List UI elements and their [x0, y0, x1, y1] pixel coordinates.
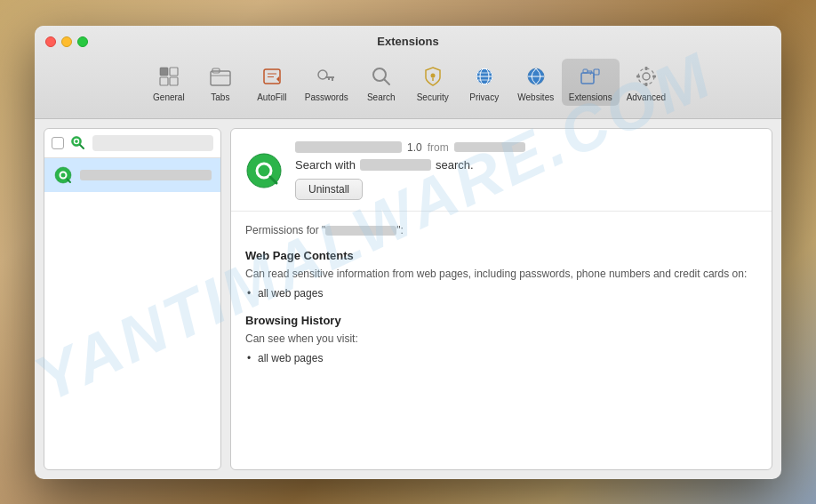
- window-title: Extensions: [377, 35, 438, 48]
- toolbar-search[interactable]: Search: [356, 59, 407, 106]
- svg-rect-26: [581, 73, 594, 84]
- svg-rect-35: [652, 75, 656, 77]
- toolbar-privacy-label: Privacy: [469, 92, 499, 102]
- close-button[interactable]: [45, 36, 56, 47]
- toolbar-websites[interactable]: Websites: [510, 59, 562, 106]
- main-content: 1.0 from Search with search. Uninstall P…: [35, 119, 781, 479]
- traffic-lights: [45, 36, 88, 47]
- privacy-icon: [470, 62, 499, 91]
- sidebar-search-icon: [69, 134, 87, 152]
- permissions-prefix: Permissions for ": [245, 224, 325, 236]
- sidebar-extension-item[interactable]: [44, 158, 220, 192]
- permission-group-history-title: Browsing History: [245, 314, 757, 327]
- toolbar-autofill[interactable]: AutoFill: [246, 59, 298, 106]
- permissions-title: Permissions for "":: [245, 224, 757, 236]
- svg-line-15: [384, 79, 389, 84]
- toolbar-advanced-label: Advanced: [627, 92, 666, 102]
- svg-rect-3: [170, 77, 178, 85]
- permissions-section: Permissions for "": Web Page Contents Ca…: [231, 212, 772, 391]
- sidebar-ext-icon: [53, 165, 73, 185]
- ext-search-row: Search with search.: [295, 158, 757, 172]
- permission-group-web-contents: Web Page Contents Can read sensitive inf…: [245, 249, 757, 300]
- sidebar: [44, 128, 221, 470]
- uninstall-button[interactable]: Uninstall: [295, 179, 363, 200]
- svg-rect-11: [325, 76, 334, 78]
- tabs-icon: [206, 62, 235, 91]
- ext-name-row: 1.0 from: [295, 141, 757, 154]
- main-window: Extensions General: [35, 26, 781, 479]
- ext-search-prefix: Search with: [295, 158, 356, 172]
- extension-icon: [245, 152, 283, 189]
- advanced-icon: [632, 62, 660, 91]
- extension-info: 1.0 from Search with search. Uninstall: [295, 141, 757, 200]
- minimize-button[interactable]: [61, 36, 72, 47]
- permissions-suffix: ":: [396, 224, 404, 236]
- ext-from-label: from: [428, 141, 449, 154]
- toolbar-search-label: Search: [367, 92, 396, 102]
- ext-name-placeholder: [295, 141, 402, 153]
- permission-group-history-desc: Can see when you visit:: [245, 331, 757, 347]
- toolbar: General Tabs: [143, 55, 673, 111]
- ext-version: 1.0: [407, 141, 422, 154]
- detail-panel: 1.0 from Search with search. Uninstall P…: [230, 128, 772, 470]
- svg-point-30: [643, 73, 650, 80]
- svg-rect-27: [594, 69, 599, 75]
- permission-item-history-all: all web pages: [245, 352, 757, 364]
- ext-search-word-placeholder: [360, 159, 431, 171]
- svg-rect-34: [636, 75, 640, 77]
- svg-rect-33: [644, 83, 647, 86]
- permission-item-web-all: all web pages: [245, 287, 757, 300]
- sidebar-search-bar: [44, 129, 220, 158]
- toolbar-tabs-label: Tabs: [211, 92, 229, 102]
- maximize-button[interactable]: [77, 36, 88, 47]
- svg-rect-12: [332, 78, 333, 81]
- toolbar-passwords[interactable]: Passwords: [298, 59, 356, 106]
- toolbar-tabs[interactable]: Tabs: [195, 59, 246, 106]
- svg-point-31: [638, 68, 654, 84]
- permissions-name-placeholder: [325, 226, 396, 236]
- svg-point-16: [430, 73, 435, 77]
- toolbar-security-label: Security: [417, 92, 449, 102]
- toolbar-security[interactable]: Security: [407, 59, 459, 106]
- toolbar-extensions-label: Extensions: [569, 92, 612, 102]
- svg-line-38: [80, 145, 84, 148]
- toolbar-websites-label: Websites: [517, 92, 554, 102]
- extensions-icon: [576, 62, 604, 91]
- extension-header: 1.0 from Search with search. Uninstall: [231, 129, 772, 212]
- permission-group-web-contents-title: Web Page Contents: [245, 249, 757, 262]
- permission-group-history: Browsing History Can see when you visit:…: [245, 314, 757, 364]
- toolbar-extensions[interactable]: Extensions: [562, 59, 620, 106]
- svg-rect-2: [170, 68, 178, 76]
- svg-rect-13: [328, 78, 330, 80]
- passwords-icon: [312, 62, 340, 91]
- security-icon: [419, 62, 447, 91]
- toolbar-general-label: General: [153, 92, 185, 102]
- svg-rect-0: [160, 68, 168, 76]
- svg-rect-32: [644, 67, 647, 70]
- search-toolbar-icon: [367, 62, 396, 91]
- ext-search-suffix: search.: [436, 158, 474, 172]
- toolbar-passwords-label: Passwords: [305, 92, 348, 102]
- title-bar: Extensions General: [35, 26, 781, 119]
- autofill-icon: [258, 62, 286, 91]
- toolbar-autofill-label: AutoFill: [257, 92, 286, 102]
- toolbar-privacy[interactable]: Privacy: [459, 59, 510, 106]
- websites-icon: [522, 62, 550, 91]
- sidebar-ext-name: [80, 170, 212, 180]
- toolbar-general[interactable]: General: [143, 59, 195, 106]
- general-icon: [155, 62, 183, 91]
- toolbar-advanced[interactable]: Advanced: [620, 59, 673, 106]
- sidebar-search-field[interactable]: [92, 135, 213, 151]
- ext-from-placeholder: [454, 142, 525, 152]
- svg-rect-1: [160, 77, 168, 85]
- permission-group-web-contents-desc: Can read sensitive information from web …: [245, 266, 757, 282]
- sidebar-checkbox[interactable]: [52, 137, 64, 149]
